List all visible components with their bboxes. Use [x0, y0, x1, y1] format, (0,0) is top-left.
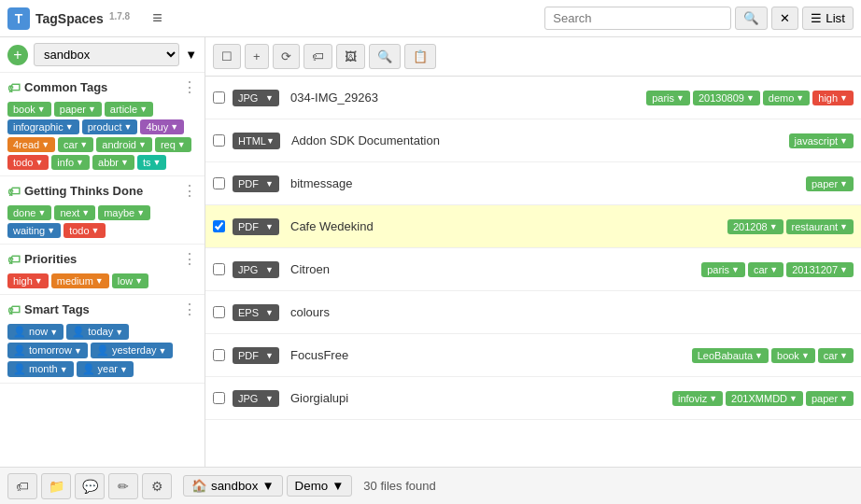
breadcrumb-sandbox[interactable]: 🏠 sandbox ▼: [183, 475, 283, 497]
file-type-badge[interactable]: PDF ▼: [233, 347, 279, 364]
section-title-text: Getting Thinks Done: [24, 184, 143, 198]
tag-button[interactable]: 🏷: [303, 44, 332, 69]
file-checkbox[interactable]: [213, 392, 225, 404]
file-type-badge[interactable]: PDF ▼: [233, 175, 279, 192]
tag-tomorrow[interactable]: 👤 tomorrow▼: [7, 343, 88, 358]
tags-container-priorities: high▼medium▼low▼: [7, 273, 197, 288]
gallery-button[interactable]: 🖼: [336, 44, 365, 69]
file-tag-book[interactable]: book ▼: [771, 348, 815, 363]
tag-month[interactable]: 👤 month▼: [7, 361, 74, 377]
tag-arrow-icon: ▼: [115, 328, 123, 337]
section-menu-button[interactable]: ⋮: [182, 301, 197, 318]
breadcrumb-demo[interactable]: Demo ▼: [287, 475, 353, 497]
file-tag-paris[interactable]: paris ▼: [646, 91, 690, 105]
tag-article[interactable]: article▼: [105, 102, 153, 117]
tag-abbr[interactable]: abbr▼: [92, 155, 134, 170]
tag-product[interactable]: product▼: [82, 119, 138, 134]
new-file-button[interactable]: +: [245, 44, 269, 69]
file-tag-car[interactable]: car ▼: [748, 262, 783, 277]
search-clear-button[interactable]: ✕: [771, 7, 798, 30]
section-header-getting-thinks-done: 🏷Getting Thinks Done⋮: [7, 182, 197, 200]
tag-next[interactable]: next▼: [54, 205, 95, 220]
file-tag-paper[interactable]: paper ▼: [806, 176, 854, 191]
tag-year[interactable]: 👤 year▼: [77, 361, 134, 377]
tag-infographic[interactable]: infographic▼: [7, 119, 79, 134]
section-menu-button[interactable]: ⋮: [182, 250, 197, 268]
tag-done[interactable]: done▼: [7, 205, 51, 220]
tag-low[interactable]: low▼: [112, 273, 148, 288]
details-button[interactable]: 📋: [404, 44, 436, 69]
tag-medium[interactable]: medium▼: [51, 273, 109, 288]
chat-button[interactable]: 💬: [75, 473, 105, 499]
tag-4read[interactable]: 4read▼: [7, 137, 55, 152]
zoom-button[interactable]: 🔍: [369, 44, 401, 69]
file-type-badge[interactable]: JPG ▼: [233, 390, 279, 407]
file-tag-infoviz[interactable]: infoviz ▼: [672, 391, 723, 406]
tag-car[interactable]: car▼: [58, 137, 93, 152]
tag-android[interactable]: android▼: [96, 137, 152, 152]
tag-info[interactable]: info▼: [51, 155, 90, 170]
add-button[interactable]: +: [7, 45, 28, 65]
tag-req[interactable]: req▼: [155, 137, 191, 152]
file-tag-high[interactable]: high ▼: [812, 91, 854, 105]
file-tag-20130809[interactable]: 20130809 ▼: [693, 91, 760, 105]
file-checkbox[interactable]: [213, 220, 225, 232]
tag-book[interactable]: book▼: [7, 102, 51, 117]
tag-today[interactable]: 👤 today▼: [66, 324, 129, 340]
main-layout: + sandbox ▼ 🏷Common Tags⋮book▼paper▼arti…: [0, 37, 861, 467]
file-tag-javascript[interactable]: javascript ▼: [789, 133, 854, 148]
tag-yesterday[interactable]: 👤 yesterday▼: [91, 343, 173, 358]
topbar: T TagSpaces 1.7.8 ≡ 🔍 ✕ ☰ List: [0, 0, 861, 37]
file-tag-paris[interactable]: paris ▼: [701, 262, 745, 277]
tag-arrow-icon: ▼: [88, 105, 96, 114]
search-button[interactable]: 🔍: [735, 7, 768, 30]
select-all-button[interactable]: ☐: [213, 44, 241, 69]
bottombar: 🏷 📁 💬 ✏ ⚙ 🏠 sandbox ▼ Demo ▼ 30 files fo…: [0, 467, 861, 504]
file-type-badge[interactable]: HTML ▼: [233, 133, 280, 149]
tag-todo[interactable]: todo▼: [7, 155, 49, 170]
file-checkbox[interactable]: [213, 306, 225, 318]
tag-paper[interactable]: paper▼: [54, 102, 102, 117]
folder-select[interactable]: sandbox: [34, 43, 179, 66]
tag-maybe[interactable]: maybe▼: [98, 205, 150, 220]
tag-todo[interactable]: todo▼: [64, 223, 105, 238]
folder-button[interactable]: 📁: [41, 473, 71, 499]
file-checkbox[interactable]: [213, 91, 225, 104]
file-checkbox[interactable]: [213, 177, 225, 189]
file-type-badge[interactable]: EPS ▼: [233, 304, 279, 321]
file-type-badge[interactable]: PDF ▼: [233, 218, 279, 235]
breadcrumb-demo-arrow-icon: ▼: [332, 479, 344, 493]
tag-now[interactable]: 👤 now▼: [7, 324, 64, 340]
settings-button[interactable]: ⚙: [142, 473, 172, 499]
hamburger-menu[interactable]: ≡: [145, 5, 170, 32]
file-type-badge[interactable]: JPG ▼: [233, 261, 279, 278]
tag-high[interactable]: high▼: [7, 273, 49, 288]
section-menu-button[interactable]: ⋮: [182, 78, 197, 96]
file-tag-demo[interactable]: demo ▼: [763, 91, 810, 105]
file-type-badge[interactable]: JPG ▼: [233, 90, 279, 106]
refresh-button[interactable]: ⟳: [273, 44, 300, 69]
file-tag-201208[interactable]: 201208 ▼: [727, 219, 783, 234]
file-tag-restaurant[interactable]: restaurant ▼: [786, 219, 854, 234]
tags-panel-button[interactable]: 🏷: [7, 473, 37, 499]
edit-button[interactable]: ✏: [108, 473, 138, 499]
file-checkbox[interactable]: [213, 134, 225, 147]
tag-ts[interactable]: ts▼: [137, 155, 166, 170]
file-tag-20131207[interactable]: 20131207 ▼: [786, 262, 854, 277]
file-checkbox[interactable]: [213, 349, 225, 361]
search-input[interactable]: [544, 7, 731, 30]
app-logo: T TagSpaces 1.7.8: [7, 7, 130, 30]
tag-waiting[interactable]: waiting▼: [7, 223, 61, 238]
file-tag-paper[interactable]: paper ▼: [806, 391, 854, 406]
tag-4buy[interactable]: 4buy▼: [140, 119, 184, 134]
tag-arrow-icon: ▼: [153, 158, 162, 167]
tag-arrow-icon: ▼: [76, 158, 84, 167]
tag-arrow-icon: ▼: [123, 122, 132, 132]
file-checkbox[interactable]: [213, 263, 225, 275]
file-tag-LeoBabauta[interactable]: LeoBabauta ▼: [692, 348, 769, 363]
section-menu-button[interactable]: ⋮: [182, 182, 197, 200]
app-name: TagSpaces: [35, 11, 104, 26]
list-view-button[interactable]: ☰ List: [802, 7, 854, 30]
file-tag-201XMMDD[interactable]: 201XMMDD ▼: [726, 391, 803, 406]
file-tag-car[interactable]: car ▼: [818, 348, 854, 363]
